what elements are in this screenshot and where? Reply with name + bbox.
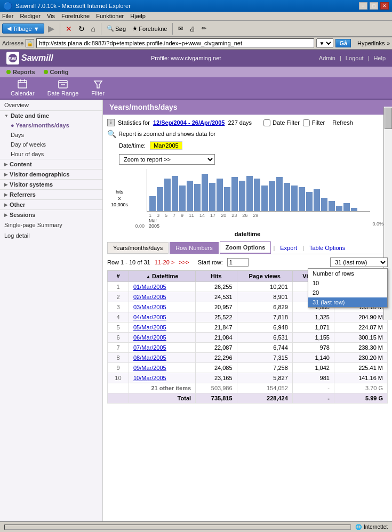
col-header-hits[interactable]: Hits bbox=[196, 271, 237, 282]
maximize-button[interactable]: □ bbox=[370, 2, 378, 10]
print-button[interactable]: 🖨 bbox=[187, 24, 198, 34]
close-button[interactable]: ✕ bbox=[380, 2, 389, 10]
chart-bar bbox=[284, 183, 290, 211]
sidebar-group-sessions[interactable]: ▶ Sessions bbox=[0, 209, 102, 220]
toolbar-separator-2 bbox=[101, 23, 101, 35]
menu-filer[interactable]: Filer bbox=[2, 13, 13, 19]
menu-funktioner[interactable]: Funktioner bbox=[96, 13, 124, 19]
back-button[interactable]: ◀ Tilbage ▼ bbox=[2, 23, 44, 34]
date-link[interactable]: 01/Mar/2005 bbox=[129, 282, 195, 292]
help-link[interactable]: Help bbox=[373, 55, 386, 61]
export-link[interactable]: Export bbox=[276, 243, 301, 253]
menu-hjaelp[interactable]: Hjælp bbox=[130, 13, 146, 19]
sidebar-group-referrers[interactable]: ▶ Referrers bbox=[0, 189, 102, 199]
bandwidth-cell: 230.20 M bbox=[334, 353, 387, 363]
refresh-button[interactable]: ↻ bbox=[76, 23, 87, 35]
address-input[interactable] bbox=[36, 38, 314, 48]
sidebar-group-visitor-demographics[interactable]: ▶ Visitor demographics bbox=[0, 169, 102, 179]
date-filter-checkbox[interactable] bbox=[263, 119, 270, 126]
favorites-button[interactable]: ★ Foretrukne bbox=[130, 23, 170, 34]
filter-checkbox[interactable] bbox=[303, 119, 310, 126]
date-range-icon bbox=[58, 79, 68, 89]
edit-button[interactable]: ✏ bbox=[199, 23, 209, 34]
home-button[interactable]: ⌂ bbox=[89, 23, 98, 35]
scrollbar-thumb[interactable] bbox=[385, 108, 392, 129]
visitors-cell: 978 bbox=[292, 343, 334, 353]
table-tab-years-months-days[interactable]: Years/months/days bbox=[107, 242, 169, 254]
sidebar-group-visitor-systems[interactable]: ▶ Visitor systems bbox=[0, 179, 102, 189]
admin-link[interactable]: Admin bbox=[319, 55, 335, 61]
num-rows-dropdown-menu[interactable]: Number of rows 10 20 31 (last row) bbox=[308, 268, 388, 308]
col-header-datetime[interactable]: Date/time bbox=[129, 271, 195, 282]
date-link[interactable]: 04/Mar/2005 bbox=[129, 312, 195, 323]
date-link[interactable]: 02/Mar/2005 bbox=[129, 292, 195, 302]
sidebar-item-single-page-summary[interactable]: Single-page Summary bbox=[0, 220, 102, 230]
date-link[interactable]: 05/Mar/2005 bbox=[129, 323, 195, 333]
sidebar-item-days[interactable]: Days bbox=[0, 130, 102, 140]
search-button[interactable]: 🔍 Søg bbox=[104, 23, 129, 34]
sidebar-group-other[interactable]: ▶ Other bbox=[0, 199, 102, 209]
forward-button[interactable]: ▶ bbox=[45, 22, 57, 35]
date-range-link[interactable]: 12/Sep/2004 - 26/Apr/2005 bbox=[153, 119, 225, 126]
date-range-button[interactable]: Date Range bbox=[41, 77, 85, 99]
hits-cell: 22,087 bbox=[196, 343, 237, 353]
zoom-select[interactable]: Zoom to report >> bbox=[119, 154, 215, 165]
visitors-cell: 1,042 bbox=[292, 363, 334, 373]
pageviews-cell: 6,531 bbox=[237, 333, 292, 343]
chart-x-title: date/time bbox=[111, 231, 383, 237]
dropdown-option-20[interactable]: 20 bbox=[308, 288, 387, 297]
sidebar-item-day-of-weeks[interactable]: Day of weeks bbox=[0, 140, 102, 149]
next-page-link[interactable]: 11-20 > bbox=[155, 259, 175, 265]
back-arrow-icon: ◀ bbox=[7, 25, 11, 32]
num-rows-dropdown[interactable]: Number of rows 10 20 31 (last row) Numbe… bbox=[330, 257, 388, 267]
pageviews-cell: 5,827 bbox=[237, 373, 292, 383]
minimize-button[interactable]: − bbox=[359, 2, 367, 10]
logout-link[interactable]: Logout bbox=[346, 55, 364, 61]
sidebar-item-overview[interactable]: Overview bbox=[0, 100, 102, 110]
content-area: Years/months/days i Statistics for 12/Se… bbox=[103, 100, 392, 525]
filter-button[interactable]: Filter bbox=[85, 77, 110, 99]
date-link[interactable]: 03/Mar/2005 bbox=[129, 302, 195, 312]
globe-icon: 🌐 bbox=[355, 524, 362, 525]
visitors-cell: 1,155 bbox=[292, 333, 334, 343]
dropdown-option-label[interactable]: Number of rows bbox=[308, 269, 387, 278]
address-dropdown[interactable]: ▼ bbox=[316, 38, 333, 48]
table-options-link[interactable]: Table Options bbox=[305, 243, 349, 253]
config-link[interactable]: Config bbox=[44, 69, 69, 75]
pageviews-cell: 7,258 bbox=[237, 363, 292, 373]
last-page-link[interactable]: >>> bbox=[179, 259, 189, 265]
mail-button[interactable]: ✉ bbox=[175, 23, 186, 34]
chart-bar bbox=[194, 184, 201, 211]
mail-icon: ✉ bbox=[178, 25, 183, 32]
dropdown-option-10[interactable]: 10 bbox=[308, 278, 387, 288]
sidebar-group-date-time[interactable]: ▼ Date and time bbox=[0, 110, 102, 120]
menu-vis[interactable]: Vis bbox=[47, 13, 55, 19]
date-link[interactable]: 10/Mar/2005 bbox=[129, 373, 195, 383]
date-link[interactable]: 09/Mar/2005 bbox=[129, 363, 195, 373]
calendar-button[interactable]: Calendar bbox=[4, 77, 41, 99]
pageviews-cell: 10,201 bbox=[237, 282, 292, 292]
refresh-label[interactable]: Refresh bbox=[332, 119, 353, 126]
visitors-cell: 981 bbox=[292, 373, 334, 383]
hyperlinks-label: Hyperlinks bbox=[357, 40, 385, 46]
start-row-input[interactable] bbox=[227, 258, 249, 267]
num-rows-select[interactable]: Number of rows 10 20 31 (last row) bbox=[330, 257, 388, 267]
reports-link[interactable]: Reports bbox=[6, 69, 35, 75]
date-link[interactable]: 08/Mar/2005 bbox=[129, 353, 195, 363]
go-button[interactable]: Gå bbox=[335, 39, 351, 47]
date-link[interactable]: 07/Mar/2005 bbox=[129, 343, 195, 353]
sidebar-item-years-months-days[interactable]: ● Years/months/days bbox=[0, 120, 102, 130]
back-dropdown-icon[interactable]: ▼ bbox=[34, 26, 39, 32]
col-header-pageviews[interactable]: Page views bbox=[237, 271, 292, 282]
sidebar-item-hour-of-days[interactable]: Hour of days bbox=[0, 149, 102, 159]
sidebar-item-log-detail[interactable]: Log detail bbox=[0, 230, 102, 241]
date-link[interactable]: 06/Mar/2005 bbox=[129, 333, 195, 343]
hits-cell: 25,522 bbox=[196, 312, 237, 323]
table-tab-zoom-options[interactable]: Zoom Options bbox=[220, 241, 271, 254]
sidebar-group-content[interactable]: ▶ Content bbox=[0, 159, 102, 169]
menu-foretrukne[interactable]: Foretrukne bbox=[61, 13, 90, 19]
stop-button[interactable]: ✕ bbox=[63, 23, 75, 35]
dropdown-option-last[interactable]: 31 (last row) bbox=[308, 297, 387, 307]
menu-rediger[interactable]: Rediger bbox=[20, 13, 41, 19]
table-tab-row-numbers[interactable]: Row Numbers bbox=[170, 242, 219, 254]
